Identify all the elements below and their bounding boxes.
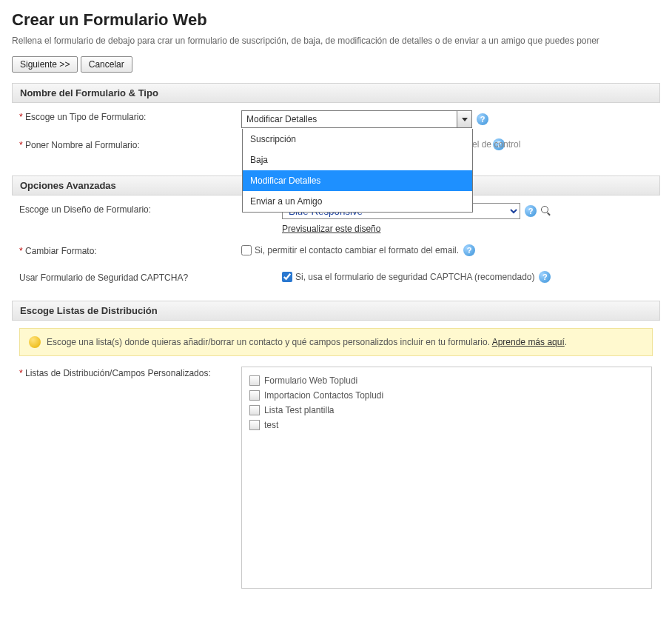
action-button-row: Siguiente >> Cancelar bbox=[12, 56, 660, 73]
next-button[interactable]: Siguiente >> bbox=[12, 56, 78, 73]
preview-design-link[interactable]: Previsualizar este diseño bbox=[282, 224, 380, 234]
section-body-lists: Escoge una lista(s) donde quieras añadir… bbox=[12, 321, 660, 609]
list-item-label: Importacion Contactos Topludi bbox=[264, 390, 383, 401]
dist-lists-label: Listas de Distribución/Campos Personaliz… bbox=[19, 367, 241, 378]
magnify-icon bbox=[541, 206, 551, 216]
change-format-checkbox[interactable] bbox=[241, 245, 252, 255]
page-intro: Rellena el formulario de debajo para cra… bbox=[12, 36, 660, 46]
list-item-label: Formulario Web Topludi bbox=[264, 375, 357, 386]
help-icon[interactable]: ? bbox=[539, 271, 551, 283]
info-banner-text: Escoge una lista(s) donde quieras añadir… bbox=[47, 337, 567, 347]
dropdown-item-baja[interactable]: Baja bbox=[243, 150, 472, 170]
section-header-lists: Escoge Listas de Distribución bbox=[12, 301, 660, 321]
change-format-label: Cambiar Formato: bbox=[19, 244, 241, 256]
chevron-down-icon bbox=[457, 111, 471, 127]
form-type-selected-text: Modificar Detalles bbox=[246, 114, 317, 124]
captcha-label: Usar Formulario de Seguridad CAPTCHA? bbox=[19, 271, 282, 283]
dist-lists-box: Formulario Web Topludi Importacion Conta… bbox=[241, 367, 652, 589]
list-item-label: Lista Test plantilla bbox=[264, 405, 335, 415]
list-item-checkbox[interactable] bbox=[249, 405, 260, 415]
form-type-label: Escoge un Tipo de Formulario: bbox=[19, 110, 241, 122]
captcha-checkbox-wrapper[interactable]: Si, usa el formulario de seguridad CAPTC… bbox=[282, 272, 534, 282]
dropdown-item-enviar-amigo[interactable]: Enviar a un Amigo bbox=[243, 191, 472, 212]
list-item[interactable]: Lista Test plantilla bbox=[249, 403, 644, 418]
list-item-checkbox[interactable] bbox=[249, 375, 260, 386]
page-title: Crear un Formulario Web bbox=[12, 10, 660, 30]
list-item[interactable]: test bbox=[249, 418, 644, 432]
list-item[interactable]: Formulario Web Topludi bbox=[249, 373, 644, 388]
list-item-checkbox[interactable] bbox=[249, 390, 260, 401]
list-item[interactable]: Importacion Contactos Topludi bbox=[249, 388, 644, 403]
list-item-label: test bbox=[264, 420, 278, 430]
help-icon[interactable]: ? bbox=[463, 244, 475, 256]
change-format-cb-text: Si, permitir el contacto cambiar el form… bbox=[255, 245, 459, 255]
learn-more-link[interactable]: Aprende más aquí bbox=[492, 337, 565, 347]
section-header-name-type: Nombre del Formulario & Tipo bbox=[12, 83, 660, 103]
section-body-name-type: Escoge un Tipo de Formulario: Modificar … bbox=[12, 103, 660, 175]
captcha-checkbox[interactable] bbox=[282, 272, 292, 282]
help-icon[interactable]: ? bbox=[477, 113, 488, 125]
captcha-cb-text: Si, usa el formulario de seguridad CAPTC… bbox=[295, 272, 534, 282]
form-name-label: Poner Nombre al Formulario: bbox=[19, 138, 241, 150]
change-format-checkbox-wrapper[interactable]: Si, permitir el contacto cambiar el form… bbox=[241, 245, 459, 255]
list-item-checkbox[interactable] bbox=[249, 420, 260, 430]
dropdown-item-modificar-detalles[interactable]: Modificar Detalles bbox=[243, 170, 472, 191]
cancel-button[interactable]: Cancelar bbox=[81, 56, 132, 73]
form-type-dropdown[interactable]: Modificar Detalles Suscripción Baja Modi… bbox=[241, 110, 472, 128]
dropdown-item-suscripcion[interactable]: Suscripción bbox=[243, 129, 472, 150]
form-type-dropdown-menu: Suscripción Baja Modificar Detalles Envi… bbox=[242, 129, 473, 213]
lightbulb-icon bbox=[29, 336, 41, 348]
help-icon[interactable]: ? bbox=[525, 205, 537, 217]
info-banner: Escoge una lista(s) donde quieras añadir… bbox=[19, 328, 653, 356]
